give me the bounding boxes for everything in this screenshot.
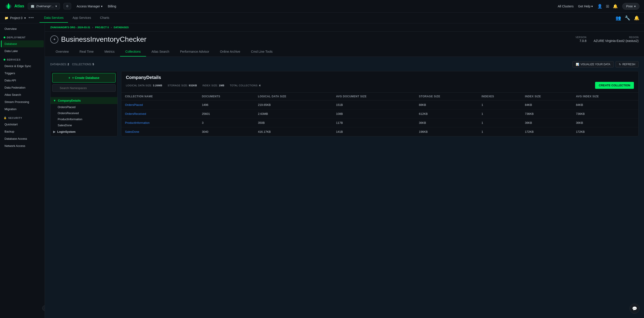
settings-button[interactable]: ⚙ xyxy=(64,3,71,9)
collection-link-2[interactable]: ProductInformation xyxy=(125,121,150,124)
sidebar-item-database-access[interactable]: Database Access xyxy=(1,135,44,142)
visualize-data-button[interactable]: 📊 VISUALIZE YOUR DATA xyxy=(572,61,614,67)
tool-icon[interactable]: 🔧 xyxy=(625,15,630,21)
breadcrumb-sep1: › xyxy=(92,26,94,29)
sidebar-item-network-access[interactable]: Network Access xyxy=(1,142,44,149)
storage-size-label: STORAGE SIZE: 932KB xyxy=(168,84,197,87)
sidebar-item-stream-processing[interactable]: Stream Processing xyxy=(1,98,44,105)
sidebar-collapse-button[interactable]: ‹ xyxy=(42,306,45,311)
chart-icon: 📊 xyxy=(576,63,579,66)
sidebar-item-data-api[interactable]: Data API xyxy=(1,77,44,84)
col-logical-0: 219.65KB xyxy=(254,100,332,109)
project-selector[interactable]: 📁 Project 0 ▾ xyxy=(4,16,26,20)
breadcrumb-org[interactable]: ZHAKHANGIR'S ORG - 2024-03-31 xyxy=(50,26,90,29)
tab-collections[interactable]: Collections xyxy=(120,47,146,56)
project-options-icon[interactable]: ••• xyxy=(28,15,34,20)
org-icon: 🏢 xyxy=(31,4,34,8)
sidebar-item-database[interactable]: Database xyxy=(1,40,44,47)
user-plus-icon[interactable]: 👥 xyxy=(616,15,621,21)
top-nav-links: Access Manager ▾ Billing xyxy=(76,4,116,8)
tab-cmd-line-tools[interactable]: Cmd Line Tools xyxy=(246,47,278,56)
tree-collection-sales-done[interactable]: SalesDone xyxy=(50,122,117,128)
access-manager-link[interactable]: Access Manager ▾ xyxy=(76,4,102,8)
col-index-size-0: 84KB xyxy=(521,100,572,109)
sidebar-section-deployment: DEPLOYMENT xyxy=(0,32,45,40)
all-clusters-link[interactable]: All Clusters xyxy=(558,4,574,8)
tab-app-services[interactable]: App Services xyxy=(68,13,95,23)
tree-db2-name: LoginSystem xyxy=(57,130,76,133)
db-tree-login-system[interactable]: ▶ LoginSystem xyxy=(50,128,117,135)
collection-link-3[interactable]: SalesDone xyxy=(125,130,139,133)
sidebar-item-triggers[interactable]: Triggers xyxy=(1,70,44,77)
folder-icon: 📁 xyxy=(4,16,8,20)
table-header: Collection Name Documents Logical Data S… xyxy=(122,93,638,100)
sidebar-item-atlas-search[interactable]: Atlas Search xyxy=(1,91,44,98)
col-logical-3: 416.17KB xyxy=(254,127,332,136)
db-icon: ✦ xyxy=(50,35,58,43)
notification-icon[interactable]: 🔔 xyxy=(634,15,640,21)
tree-collection-product-information[interactable]: ProductInformation xyxy=(50,116,117,122)
collection-link-0[interactable]: OrdersPlaced xyxy=(125,103,143,106)
tree-collection-orders-received[interactable]: OrdersReceived xyxy=(50,110,117,116)
stats-text: DATABASES: 2 COLLECTIONS: 5 xyxy=(50,63,94,66)
breadcrumb: ZHAKHANGIR'S ORG - 2024-03-31 › PROJECT … xyxy=(45,23,644,32)
atlas-logo[interactable]: Atlas xyxy=(4,2,24,10)
create-collection-button[interactable]: CREATE COLLECTION xyxy=(595,82,634,89)
index-size-label: INDEX SIZE: 1MB xyxy=(202,84,224,87)
bell-icon[interactable]: 🔔 xyxy=(613,4,618,9)
help-chevron-icon: ▾ xyxy=(591,4,593,8)
plus-icon: + xyxy=(68,76,70,80)
col-documents-0: 1496 xyxy=(198,100,254,109)
stats-actions: 📊 VISUALIZE YOUR DATA ↻ REFRESH xyxy=(572,61,638,67)
collection-link-1[interactable]: OrdersReceived xyxy=(125,112,146,115)
tab-overview[interactable]: Overview xyxy=(50,47,74,56)
pree-button[interactable]: Pree ▾ xyxy=(622,3,640,10)
get-help-button[interactable]: Get Help ▾ xyxy=(578,4,593,8)
tree-collection-orders-placed[interactable]: OrdersPlaced xyxy=(50,104,117,110)
database-header: ✦ BusinessInventoryChecker VERSION 7.0.8… xyxy=(45,32,644,57)
sidebar-item-quickstart[interactable]: Quickstart xyxy=(1,121,44,128)
main-content: ZHAKHANGIR'S ORG - 2024-03-31 › PROJECT … xyxy=(45,23,644,318)
sidebar-item-device-edge-sync[interactable]: Device & Edge Sync xyxy=(1,62,44,69)
th-documents: Documents xyxy=(198,93,254,100)
tab-metrics[interactable]: Metrics xyxy=(99,47,120,56)
th-index-size: Index Size xyxy=(521,93,572,100)
collection-count: 5 xyxy=(92,63,94,66)
sidebar-item-data-federation[interactable]: Data Federation xyxy=(1,84,44,91)
tab-online-archive[interactable]: Online Archive xyxy=(214,47,246,56)
org-name: Zhakhangir'... xyxy=(36,4,54,8)
right-panel-stats: LOGICAL DATA SIZE: 3.26MB STORAGE SIZE: … xyxy=(126,82,634,89)
tab-performance-advisor[interactable]: Performance Advisor xyxy=(174,47,214,56)
db-tree-company-details[interactable]: ▼ CompanyDetails xyxy=(50,97,117,104)
sidebar-section-security: 🔒 SECURITY xyxy=(0,113,45,121)
tab-charts[interactable]: Charts xyxy=(96,13,114,23)
chat-support-icon[interactable]: 💬 xyxy=(630,304,640,314)
table-row: OrdersReceived 25601 2.63MB 108B 612KB 1… xyxy=(122,109,638,118)
tab-data-services[interactable]: Data Services xyxy=(40,13,68,23)
db-meta: VERSION 7.0.8 REGION AZURE Virginia-East… xyxy=(576,36,638,43)
sidebar-item-overview[interactable]: Overview xyxy=(1,25,44,32)
col-avg-index-3: 172KB xyxy=(572,127,638,136)
project-name: Project 0 xyxy=(10,16,22,20)
col-avg-doc-2: 117B xyxy=(332,118,415,127)
col-index-size-2: 36KB xyxy=(521,118,572,127)
sidebar-item-backup[interactable]: Backup xyxy=(1,128,44,135)
tab-atlas-search[interactable]: Atlas Search xyxy=(146,47,174,56)
breadcrumb-project[interactable]: PROJECT 0 xyxy=(95,26,109,29)
search-namespaces-input[interactable] xyxy=(52,84,116,92)
person-icon[interactable]: 👤 xyxy=(597,4,602,9)
breadcrumb-databases[interactable]: DATABASES xyxy=(114,26,129,29)
tab-real-time[interactable]: Real Time xyxy=(74,47,99,56)
billing-link[interactable]: Billing xyxy=(108,4,116,8)
create-database-button[interactable]: + + Create Database xyxy=(52,73,116,82)
sidebar-item-migration[interactable]: Migration xyxy=(1,106,44,113)
grid-icon[interactable]: ⊞ xyxy=(606,4,609,9)
sidebar-item-data-lake[interactable]: Data Lake xyxy=(1,47,44,54)
refresh-button[interactable]: ↻ REFRESH xyxy=(616,61,638,67)
right-panel-header: CompanyDetails LOGICAL DATA SIZE: 3.26MB… xyxy=(122,71,638,93)
th-indexes: Indexes xyxy=(478,93,521,100)
atlas-logo-text: Atlas xyxy=(14,4,24,8)
col-storage-0: 88KB xyxy=(415,100,478,109)
org-selector[interactable]: 🏢 Zhakhangir'... ▾ xyxy=(28,3,60,9)
col-storage-3: 196KB xyxy=(415,127,478,136)
